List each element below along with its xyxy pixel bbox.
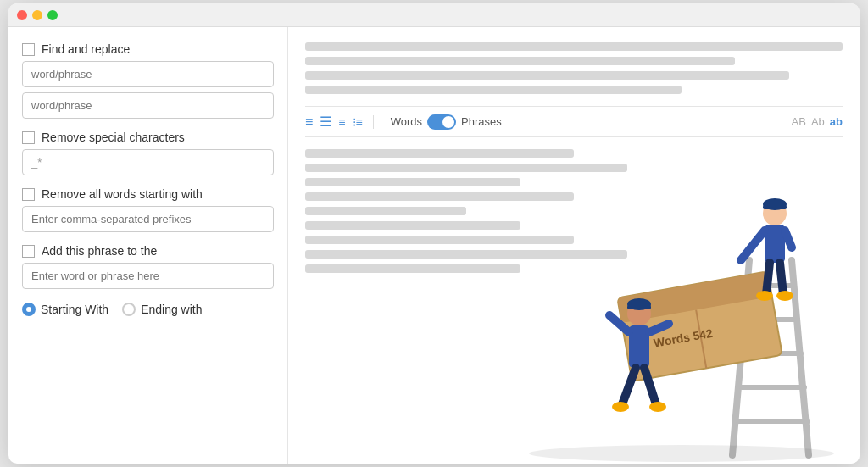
lowercase-button[interactable]: ab [830,115,843,128]
svg-line-15 [741,231,765,260]
remove-words-section: Remove all words starting with [22,187,274,232]
add-phrase-checkbox[interactable] [22,245,35,258]
ending-with-label: Ending with [141,303,202,316]
remove-special-row: Remove special characters [22,131,274,144]
titlecase-button[interactable]: Ab [811,115,825,128]
replace-input[interactable] [22,92,274,119]
uppercase-button[interactable]: AB [792,115,806,128]
remove-special-input[interactable] [22,149,274,175]
maximize-button[interactable] [47,10,58,20]
main-content: Find and replace Remove special characte… [8,27,860,464]
remove-words-checkbox[interactable] [22,188,35,201]
minimize-button[interactable] [32,10,42,20]
text-line [305,42,843,51]
titlebar [8,3,860,27]
find-input[interactable] [22,61,274,87]
svg-point-20 [776,291,793,301]
find-replace-row: Find and replace [22,42,274,56]
remove-special-checkbox[interactable] [22,131,35,144]
ending-with-option[interactable]: Ending with [122,303,202,316]
top-text-lines [305,42,843,94]
starting-with-radio[interactable] [22,303,36,316]
case-buttons: AB Ab ab [792,115,843,128]
starting-with-label: Starting With [41,303,108,316]
align-center-icon[interactable]: ☰ [320,114,331,130]
add-phrase-section: Add this phrase to the [22,244,274,289]
find-replace-label: Find and replace [42,42,130,56]
illustration: 🖨 Words 542 [512,150,851,464]
justify-icon[interactable]: ⁝≡ [353,115,363,129]
phrases-label: Phrases [461,115,502,128]
svg-rect-13 [763,205,787,209]
remove-words-input[interactable] [22,206,274,232]
add-phrase-row: Add this phrase to the [22,244,274,258]
text-line [305,178,520,186]
align-right-icon[interactable]: ≡ [338,115,345,129]
svg-line-16 [785,231,792,247]
svg-line-27 [622,368,636,404]
remove-words-label: Remove all words starting with [42,187,203,201]
find-replace-section: Find and replace [22,42,274,119]
right-panel: ≡ ☰ ≡ ⁝≡ Words Phrases AB Ab ab [288,27,860,464]
svg-point-29 [612,402,629,412]
left-panel: Find and replace Remove special characte… [8,27,288,464]
svg-line-18 [780,263,783,294]
text-line [305,264,520,273]
svg-line-17 [766,263,770,294]
text-line [305,71,789,80]
find-replace-checkbox[interactable] [22,43,35,56]
words-phrases-toggle-group: Words Phrases [391,114,502,130]
editor-toolbar: ≡ ☰ ≡ ⁝≡ Words Phrases AB Ab ab [305,106,843,137]
add-phrase-label: Add this phrase to the [42,244,157,258]
words-phrases-toggle[interactable] [427,114,456,130]
align-left-icon[interactable]: ≡ [305,114,313,130]
starting-with-option[interactable]: Starting With [22,303,108,316]
text-line [305,57,735,65]
ending-with-radio[interactable] [122,303,136,316]
svg-point-19 [756,291,773,301]
words-label: Words [391,115,422,128]
position-radio-group: Starting With Ending with [22,303,274,316]
toolbar-separator [373,115,374,129]
app-window: Find and replace Remove special characte… [8,3,860,464]
svg-point-31 [529,445,834,462]
svg-line-1 [792,260,809,455]
text-line [305,86,682,94]
remove-words-row: Remove all words starting with [22,187,274,201]
add-phrase-input[interactable] [22,263,274,289]
text-line [305,207,466,215]
text-line [305,221,520,230]
remove-special-label: Remove special characters [42,131,185,144]
svg-point-30 [649,402,666,412]
close-button[interactable] [17,10,27,20]
remove-special-section: Remove special characters [22,131,274,175]
svg-rect-23 [627,305,651,309]
